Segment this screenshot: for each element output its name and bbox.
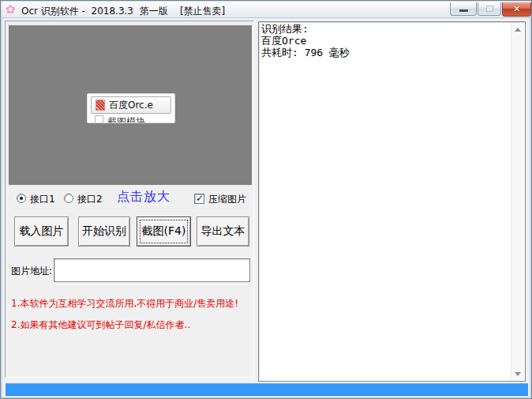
app-window: Ocr 识别软件 - 2018.3.3 第一版 [禁止售卖] 百度Orc.e 截… xyxy=(0,0,532,399)
image-address-label: 图片地址: xyxy=(11,265,52,278)
maximize-button[interactable] xyxy=(478,2,501,16)
maximize-icon xyxy=(486,6,493,12)
result-text: 识别结果: 百度Orce 共耗时: 796 毫秒 xyxy=(261,23,509,58)
status-bar xyxy=(6,383,528,396)
window-title: Ocr 识别软件 - 2018.3.3 第一版 [禁止售卖] xyxy=(21,5,225,18)
app-flower-icon xyxy=(6,3,16,17)
capture-f4-button[interactable]: 截图(F4) xyxy=(137,216,191,247)
compress-checkbox[interactable] xyxy=(194,194,204,204)
scroll-down-icon xyxy=(515,372,521,376)
radio-interface1-label[interactable]: 接口1 xyxy=(30,193,55,206)
plain-document-icon xyxy=(95,115,103,123)
result-textbox[interactable]: 识别结果: 百度Orce 共耗时: 796 毫秒 xyxy=(258,21,526,382)
preview-menu-item-clipped: 截图模块 xyxy=(88,115,174,123)
radio-interface2[interactable] xyxy=(64,194,73,203)
preview-menu-item-label: 百度Orc.e xyxy=(109,99,153,112)
left-panel: 百度Orc.e 截图模块 接口1 接口2 点击放大 压缩图片 载入图片 开始识别… xyxy=(5,21,254,378)
minimize-icon xyxy=(459,9,468,12)
image-address-input[interactable] xyxy=(54,258,250,282)
notice-line-2: 2.如果有其他建议可到帖子回复/私信作者.. xyxy=(11,318,190,332)
preview-menu-item-label: 截图模块 xyxy=(107,115,145,123)
image-preview[interactable]: 百度Orc.e 截图模块 xyxy=(8,24,253,186)
close-icon xyxy=(513,4,520,14)
export-text-button[interactable]: 导出文本 xyxy=(197,216,249,247)
zoom-in-link[interactable]: 点击放大 xyxy=(117,189,170,205)
radio-interface1[interactable] xyxy=(17,194,26,203)
scroll-up-icon xyxy=(515,28,521,32)
radio-interface2-label[interactable]: 接口2 xyxy=(77,193,103,206)
notice-line-1: 1.本软件为互相学习交流所用,不得用于商业/售卖用途! xyxy=(11,297,238,311)
preview-menu-item-baidu: 百度Orc.e xyxy=(91,96,171,114)
vertical-scrollbar[interactable] xyxy=(511,23,524,380)
scroll-up-button[interactable] xyxy=(511,23,524,36)
title-bar[interactable]: Ocr 识别软件 - 2018.3.3 第一版 [禁止售卖] xyxy=(2,2,532,18)
scroll-down-button[interactable] xyxy=(511,367,524,380)
close-button[interactable] xyxy=(502,2,531,17)
start-recognize-button[interactable]: 开始识别 xyxy=(78,216,130,247)
compress-checkbox-label[interactable]: 压缩图片 xyxy=(208,193,246,206)
load-image-button[interactable]: 载入图片 xyxy=(14,216,69,247)
preview-popup-image: 百度Orc.e 截图模块 xyxy=(87,93,175,123)
red-document-icon xyxy=(96,100,105,111)
minimize-button[interactable] xyxy=(450,2,477,16)
